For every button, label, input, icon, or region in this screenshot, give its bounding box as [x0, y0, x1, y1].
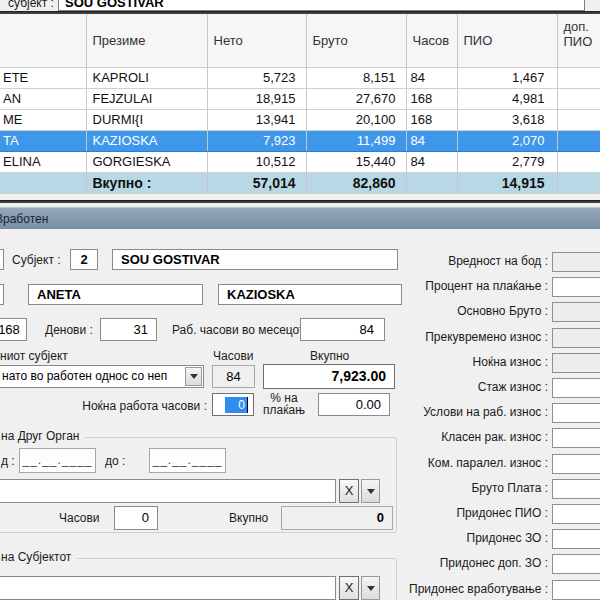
field-osnovno-bruto [552, 302, 600, 322]
subject-group: на Субјектот X [0, 558, 397, 600]
cell-surname: DURMI{I [86, 109, 207, 130]
table-row[interactable]: AN FEJZULAI 18,915 27,670 168 4,981 [0, 88, 600, 109]
clear-selection-button[interactable]: X [339, 576, 359, 600]
table-header-row: Презиме Нето Бруто Часов ПИО доп. ПИО [0, 14, 600, 67]
group1-total-field: 7,923.00 [263, 364, 395, 389]
col-header-dop-pio[interactable]: доп. ПИО [557, 14, 600, 67]
col-header-surname[interactable]: Презиме [86, 14, 207, 67]
cell-neto: 18,915 [207, 88, 306, 109]
work-hours-month-field[interactable]: 84 [300, 318, 385, 341]
total-dop [557, 172, 600, 193]
subject-label: Субјект : [12, 253, 61, 267]
date-to-label: до : [105, 454, 125, 468]
top-subject-field[interactable]: SOU GOSTIVAR [58, 0, 585, 11]
cell-bruto: 20,100 [306, 109, 406, 130]
chevron-down-icon[interactable] [361, 479, 380, 503]
separator-line-bottom [0, 200, 600, 203]
col-header-pio[interactable]: ПИО [457, 14, 557, 67]
cell-pio: 2,070 [457, 130, 557, 151]
night-work-label: Ноќна работа часови : [0, 399, 207, 413]
field-vrednost-bod [552, 252, 600, 272]
work-hours-month-label: Раб. часови во месецот : [172, 323, 311, 337]
group1-label: ниот субјект [0, 349, 68, 363]
field-label-bruto-plata: Бруто Плата : [471, 481, 548, 495]
col-header-hours[interactable]: Часов [406, 14, 457, 67]
subject-group-title: на Субјектот [1, 550, 77, 564]
cell-pio: 2,779 [457, 151, 557, 172]
cell-pio: 1,467 [457, 67, 557, 88]
field-uslovi-rab[interactable] [552, 403, 600, 423]
cell-hours: 168 [406, 109, 457, 130]
field-label-vrednost-bod: Вредност на бод : [448, 254, 548, 268]
field-label-prekuvremeno: Прекувремено износ : [425, 330, 548, 344]
cell-neto: 5,723 [207, 67, 306, 88]
top-subject-label: субјект : [8, 0, 54, 10]
cell-pio: 3,618 [457, 109, 557, 130]
col-header-neto[interactable]: Нето [207, 14, 306, 67]
col-header-bruto[interactable]: Бруто [306, 14, 406, 67]
table-row[interactable]: ME DURMI{I 13,941 20,100 168 3,618 [0, 109, 600, 130]
cell-neto: 13,941 [207, 109, 306, 130]
cell-bruto: 8,151 [306, 67, 406, 88]
other-organ-total-label: Вкупно [229, 511, 268, 525]
clipped-field-fragment [0, 249, 4, 270]
field-label-osnovno-bruto: Основно Бруто : [457, 304, 548, 318]
cell-hours: 84 [406, 67, 457, 88]
cell-name: TA [0, 130, 86, 151]
section-title: Вработен [0, 208, 48, 229]
subject-name-field[interactable]: SOU GOSTIVAR [112, 249, 398, 270]
cell-bruto: 11,499 [306, 130, 406, 151]
table-row-selected[interactable]: TA KAZIOSKA 7,923 11,499 84 2,070 [0, 130, 600, 151]
field-kom-paralel[interactable] [552, 454, 600, 474]
cell-dop-pio [557, 130, 600, 151]
total-bruto: 82,860 [306, 172, 406, 193]
cell-surname: FEJZULAI [86, 88, 207, 109]
cell-dop-pio [557, 151, 600, 172]
cell-surname: GORGIESKA [86, 151, 207, 172]
cell-pio: 4,981 [457, 88, 557, 109]
field-bruto-plata [552, 479, 600, 499]
cell-bruto: 15,440 [306, 151, 406, 172]
night-hours-input[interactable]: 0 [212, 393, 254, 416]
subject-group-combobox[interactable] [0, 576, 336, 600]
date-to-input[interactable]: __.__.____ [149, 448, 226, 473]
field-label-pridones-pio: Придонес ПИО : [456, 506, 548, 520]
night-hours-selected-text: 0 [225, 397, 248, 413]
table-row[interactable]: ELINA GORGIESKA 10,512 15,440 84 2,779 [0, 151, 600, 172]
chevron-down-icon[interactable] [185, 367, 202, 386]
field-nokna-iznos [552, 353, 600, 373]
total-column-label: Вкупно [310, 349, 349, 363]
work-relation-combobox[interactable]: нато во работен однос со неп [0, 365, 204, 388]
other-organ-combobox[interactable] [0, 479, 336, 503]
cell-hours: 84 [406, 130, 457, 151]
percent-pay-field[interactable]: 0.00 [318, 393, 390, 416]
other-organ-hours-input[interactable]: 0 [114, 506, 158, 530]
field-klasen-rak[interactable] [552, 428, 600, 448]
cell-hours: 84 [406, 151, 457, 172]
field-pridones-zo [552, 529, 600, 549]
clear-selection-button[interactable]: X [339, 479, 359, 503]
field-staz-iznos[interactable] [552, 378, 600, 398]
field-prekuvremeno [552, 328, 600, 348]
chevron-down-icon[interactable] [361, 576, 380, 600]
cell-surname: KAPROLI [86, 67, 207, 88]
table-row[interactable]: ETE KAPROLI 5,723 8,151 84 1,467 [0, 67, 600, 88]
table-total-row: Вкупно : 57,014 82,860 14,915 [0, 172, 600, 193]
last-name-field[interactable]: KAZIOSKA [218, 284, 402, 305]
first-name-field[interactable]: ANETA [28, 284, 203, 305]
cell-name: ETE [0, 67, 86, 88]
date-from-input[interactable]: __.__.____ [19, 448, 96, 473]
days-field[interactable]: 31 [100, 318, 157, 341]
field-label-pridones-vrabotuvanje: Придонес вработување : [409, 582, 548, 596]
cell-dop-pio [557, 88, 600, 109]
cell-total-empty [0, 172, 86, 193]
days-label: Денови : [45, 323, 93, 337]
subject-code-field[interactable]: 2 [70, 249, 98, 270]
cell-name: ME [0, 109, 86, 130]
cell-name: AN [0, 88, 86, 109]
total-hours-field[interactable]: 168 [0, 318, 27, 341]
cell-neto: 10,512 [207, 151, 306, 172]
col-header-name[interactable] [0, 14, 86, 67]
total-pio: 14,915 [457, 172, 557, 193]
field-procent-plakanje[interactable] [552, 277, 600, 297]
